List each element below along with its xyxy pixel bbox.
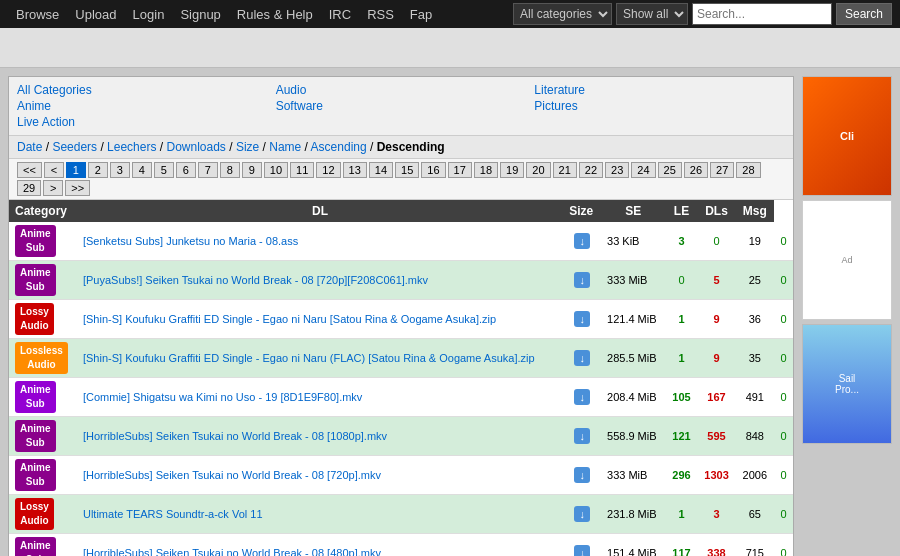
page-12[interactable]: 12 (316, 162, 340, 178)
category-badge[interactable]: Anime Sub (15, 459, 56, 491)
torrent-title-link[interactable]: [HorribleSubs] Seiken Tsukai no World Br… (83, 547, 381, 556)
category-badge[interactable]: Anime Sub (15, 264, 56, 296)
torrent-title-link[interactable]: [PuyaSubs!] Seiken Tsukai no World Break… (83, 274, 428, 286)
page-prev[interactable]: < (44, 162, 64, 178)
page-5[interactable]: 5 (154, 162, 174, 178)
download-icon[interactable]: ↓ (574, 506, 590, 522)
nav-browse[interactable]: Browse (8, 3, 67, 26)
download-icon[interactable]: ↓ (574, 389, 590, 405)
category-badge[interactable]: Lossless Audio (15, 342, 68, 374)
cat-software[interactable]: Software (276, 99, 527, 113)
nav-rules[interactable]: Rules & Help (229, 3, 321, 26)
cat-anime[interactable]: Anime (17, 99, 268, 113)
page-4[interactable]: 4 (132, 162, 152, 178)
page-26[interactable]: 26 (684, 162, 708, 178)
page-8[interactable]: 8 (220, 162, 240, 178)
page-next2[interactable]: >> (65, 180, 90, 196)
page-6[interactable]: 6 (176, 162, 196, 178)
download-icon[interactable]: ↓ (574, 428, 590, 444)
nav-upload[interactable]: Upload (67, 3, 124, 26)
sidebar-ad-3[interactable]: Sail Pro... (802, 324, 892, 444)
nav-fap[interactable]: Fap (402, 3, 440, 26)
torrent-title-link[interactable]: [HorribleSubs] Seiken Tsukai no World Br… (83, 469, 381, 481)
nav-irc[interactable]: IRC (321, 3, 359, 26)
page-9[interactable]: 9 (242, 162, 262, 178)
page-3[interactable]: 3 (110, 162, 130, 178)
page-25[interactable]: 25 (658, 162, 682, 178)
cell-title: [PuyaSubs!] Seiken Tsukai no World Break… (77, 261, 563, 300)
message-count: 0 (780, 313, 786, 325)
category-badge[interactable]: Lossy Audio (15, 303, 54, 335)
download-icon[interactable]: ↓ (574, 233, 590, 249)
torrent-title-link[interactable]: [HorribleSubs] Seiken Tsukai no World Br… (83, 430, 387, 442)
seeder-count: 1 (678, 352, 684, 364)
cat-pictures[interactable]: Pictures (534, 99, 785, 113)
download-icon[interactable]: ↓ (574, 311, 590, 327)
cat-liveaction[interactable]: Live Action (17, 115, 268, 129)
page-23[interactable]: 23 (605, 162, 629, 178)
category-dropdown[interactable]: All categories (513, 3, 612, 25)
content-wrapper: All Categories Audio Literature Anime So… (0, 68, 900, 556)
torrent-title-link[interactable]: [Shin-S] Koufuku Graffiti ED Single - Eg… (83, 352, 535, 364)
page-19[interactable]: 19 (500, 162, 524, 178)
category-badge[interactable]: Anime Sub (15, 381, 56, 413)
cat-audio[interactable]: Audio (276, 83, 527, 97)
search-button[interactable]: Search (836, 3, 892, 25)
torrent-table: Category DL Size SE LE DLs Msg Anime Sub… (9, 200, 793, 556)
page-13[interactable]: 13 (343, 162, 367, 178)
filter-descending-active[interactable]: Descending (377, 140, 445, 154)
page-20[interactable]: 20 (526, 162, 550, 178)
torrent-title-link[interactable]: [Commie] Shigatsu wa Kimi no Uso - 19 [8… (83, 391, 362, 403)
filter-name[interactable]: Name (269, 140, 301, 154)
table-row: Anime Sub[HorribleSubs] Seiken Tsukai no… (9, 456, 793, 495)
nav-rss[interactable]: RSS (359, 3, 402, 26)
category-badge[interactable]: Anime Sub (15, 537, 56, 556)
page-18[interactable]: 18 (474, 162, 498, 178)
cell-messages: 0 (774, 261, 793, 300)
category-badge[interactable]: Anime Sub (15, 420, 56, 452)
torrent-title-link[interactable]: [Shin-S] Koufuku Graffiti ED Single - Eg… (83, 313, 496, 325)
page-29[interactable]: 29 (17, 180, 41, 196)
page-21[interactable]: 21 (553, 162, 577, 178)
download-icon[interactable]: ↓ (574, 545, 590, 556)
page-28[interactable]: 28 (736, 162, 760, 178)
download-icon[interactable]: ↓ (574, 272, 590, 288)
download-icon[interactable]: ↓ (574, 467, 590, 483)
page-16[interactable]: 16 (421, 162, 445, 178)
page-11[interactable]: 11 (290, 162, 314, 178)
ad-banner (0, 28, 900, 68)
download-icon[interactable]: ↓ (574, 350, 590, 366)
page-prev2[interactable]: << (17, 162, 42, 178)
page-22[interactable]: 22 (579, 162, 603, 178)
page-10[interactable]: 10 (264, 162, 288, 178)
page-15[interactable]: 15 (395, 162, 419, 178)
torrent-title-link[interactable]: [Senketsu Subs] Junketsu no Maria - 08.a… (83, 235, 298, 247)
filter-leechers[interactable]: Leechers (107, 140, 156, 154)
search-input[interactable] (692, 3, 832, 25)
cell-leechers: 0 (697, 222, 735, 261)
show-dropdown[interactable]: Show all (616, 3, 688, 25)
filter-ascending[interactable]: Ascending (311, 140, 367, 154)
filter-size[interactable]: Size (236, 140, 259, 154)
sidebar-ad-1[interactable]: Cli (802, 76, 892, 196)
page-next[interactable]: > (43, 180, 63, 196)
filter-date[interactable]: Date (17, 140, 42, 154)
seeder-count: 117 (672, 547, 690, 556)
page-27[interactable]: 27 (710, 162, 734, 178)
filter-seeders[interactable]: Seeders (52, 140, 97, 154)
cat-literature[interactable]: Literature (534, 83, 785, 97)
category-badge[interactable]: Anime Sub (15, 225, 56, 257)
page-2[interactable]: 2 (88, 162, 108, 178)
nav-login[interactable]: Login (125, 3, 173, 26)
page-24[interactable]: 24 (631, 162, 655, 178)
category-badge[interactable]: Lossy Audio (15, 498, 54, 530)
filter-downloads[interactable]: Downloads (166, 140, 225, 154)
cat-all[interactable]: All Categories (17, 83, 268, 97)
page-17[interactable]: 17 (448, 162, 472, 178)
sidebar-ad-2[interactable]: Ad (802, 200, 892, 320)
page-7[interactable]: 7 (198, 162, 218, 178)
torrent-title-link[interactable]: Ultimate TEARS Soundtr-a-ck Vol 11 (83, 508, 263, 520)
page-1[interactable]: 1 (66, 162, 86, 178)
page-14[interactable]: 14 (369, 162, 393, 178)
nav-signup[interactable]: Signup (172, 3, 228, 26)
